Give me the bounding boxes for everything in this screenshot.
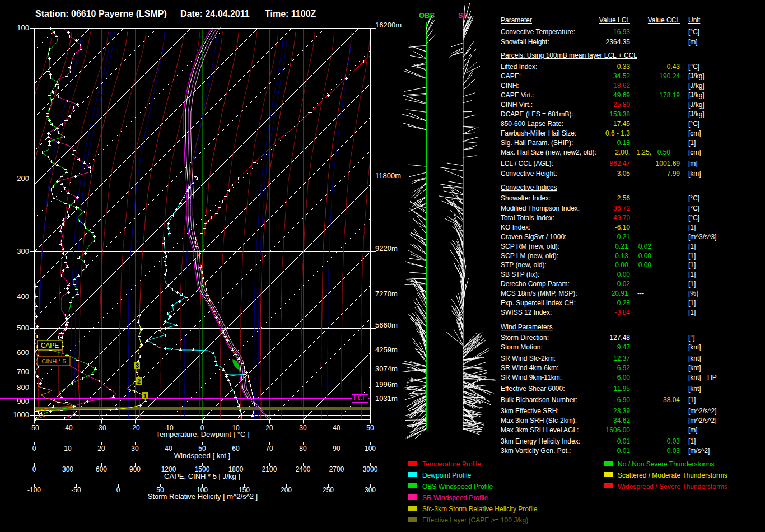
svg-text:Temperature, Dewpoint [ °C ]: Temperature, Dewpoint [ °C ] [156, 430, 249, 438]
svg-text:-50: -50 [71, 486, 81, 494]
svg-text:SB STP (fix):: SB STP (fix): [501, 270, 539, 278]
svg-text:700: 700 [17, 367, 29, 376]
svg-text:38.04: 38.04 [663, 396, 680, 404]
svg-text:Value CCL: Value CCL [648, 16, 680, 24]
svg-text:6.90: 6.90 [617, 396, 631, 404]
svg-text:SR Wind Sfc-2km:: SR Wind Sfc-2km: [501, 354, 556, 362]
svg-text:Storm Motion:: Storm Motion: [501, 343, 543, 351]
svg-text:3km Effective SRH:: 3km Effective SRH: [501, 407, 559, 415]
svg-text:300: 300 [62, 465, 73, 473]
svg-text:18.62: 18.62 [613, 82, 630, 90]
svg-text:[°C]: [°C] [688, 120, 699, 128]
svg-text:20.91,: 20.91, [612, 290, 630, 297]
svg-text:[m^2/s^2]: [m^2/s^2] [688, 417, 717, 424]
svg-text:0.13,: 0.13, [615, 252, 630, 260]
svg-text:-6.10: -6.10 [615, 223, 631, 231]
svg-text:[m^3/s^3]: [m^3/s^3] [688, 233, 717, 241]
svg-text:Sig. Hail Param. (SHIP):: Sig. Hail Param. (SHIP): [501, 139, 573, 147]
svg-text:2.56: 2.56 [617, 194, 631, 202]
svg-text:---: --- [637, 290, 644, 297]
svg-text:CAPE Virt.:: CAPE Virt.: [501, 91, 534, 99]
svg-text:200: 200 [17, 174, 29, 183]
svg-text:[m^2/s^2]: [m^2/s^2] [688, 407, 717, 415]
svg-text:-50: -50 [29, 424, 39, 432]
svg-text:300: 300 [365, 486, 376, 494]
svg-text:11.95: 11.95 [614, 385, 630, 393]
svg-text:[knt]: [knt] [688, 385, 701, 393]
svg-text:70: 70 [265, 445, 273, 452]
svg-text:Convective Temperature:: Convective Temperature: [501, 28, 575, 36]
svg-text:Parcels: Using 100mB mean laye: Parcels: Using 100mB mean layer LCL + CC… [501, 52, 637, 59]
svg-text:CAPE:: CAPE: [501, 72, 521, 80]
svg-text:30: 30 [131, 445, 139, 452]
svg-text:40: 40 [333, 424, 340, 432]
svg-text:600: 600 [96, 465, 107, 473]
svg-text:[knt]: [knt] [688, 343, 701, 351]
svg-text:2400: 2400 [296, 465, 311, 473]
svg-text:300: 300 [17, 247, 29, 255]
svg-text:DCAPE (LFS = 681mB):: DCAPE (LFS = 681mB): [501, 110, 573, 118]
svg-text:30: 30 [299, 424, 307, 432]
svg-text:400: 400 [17, 292, 29, 301]
svg-text:OBS Windspeed Profile: OBS Windspeed Profile [422, 483, 493, 491]
svg-text:0.00: 0.00 [617, 270, 631, 278]
svg-text:-40: -40 [63, 424, 73, 432]
svg-text:CAPE: CAPE [41, 342, 59, 349]
svg-text:3074m: 3074m [375, 365, 398, 373]
svg-text:1001.69: 1001.69 [656, 160, 680, 167]
svg-text:[°C]: [°C] [688, 214, 699, 222]
svg-text:17.45: 17.45 [613, 120, 630, 128]
svg-text:[°C]: [°C] [688, 204, 699, 212]
svg-text:Convective Height:: Convective Height: [501, 170, 557, 178]
svg-text:OBS: OBS [419, 11, 435, 20]
svg-text:10: 10 [64, 445, 72, 452]
svg-text:5660m: 5660m [375, 321, 398, 329]
svg-text:3km Vorticity Gen. Pot.:: 3km Vorticity Gen. Pot.: [501, 447, 571, 455]
svg-text:[J/kg]: [J/kg] [688, 110, 705, 118]
svg-text:[cm]: [cm] [688, 148, 701, 156]
svg-text:[J/kg]: [J/kg] [688, 72, 705, 80]
svg-text:862.47: 862.47 [609, 160, 630, 167]
svg-text:Max. Hail Size (new, new2, old: Max. Hail Size (new, new2, old): [501, 148, 596, 156]
svg-text:1: 1 [143, 393, 147, 399]
svg-text:2700: 2700 [329, 465, 344, 473]
svg-text:Time: 1100Z: Time: 1100Z [265, 9, 316, 18]
svg-text:3: 3 [136, 362, 139, 369]
svg-text:178.19: 178.19 [659, 91, 680, 99]
svg-text:34.52: 34.52 [613, 72, 630, 80]
svg-text:16200m: 16200m [375, 21, 402, 29]
svg-text:127.48: 127.48 [609, 334, 630, 342]
svg-text:500: 500 [17, 324, 29, 332]
svg-text:CAPE, CINH * 5 [ J/kg ]: CAPE, CINH * 5 [ J/kg ] [164, 472, 240, 480]
svg-text:1996m: 1996m [375, 380, 398, 389]
svg-text:[m]: [m] [688, 160, 698, 167]
svg-text:0: 0 [32, 445, 36, 452]
svg-text:Dewpoint Profile: Dewpoint Profile [422, 472, 472, 479]
svg-text:[J/kg]: [J/kg] [688, 101, 705, 109]
svg-text:Parameter: Parameter [501, 16, 532, 24]
svg-text:-30: -30 [96, 424, 106, 432]
svg-text:[°C]: [°C] [688, 28, 699, 36]
svg-text:[knt]: [knt] [688, 374, 701, 381]
svg-text:[cm]: [cm] [688, 129, 701, 137]
svg-text:90: 90 [333, 445, 340, 452]
svg-text:Widespread / Severe Thundersto: Widespread / Severe Thunderstorms [618, 483, 727, 491]
svg-text:Value LCL: Value LCL [599, 16, 630, 24]
svg-text:[J/kg]: [J/kg] [688, 91, 705, 99]
svg-text:0.21: 0.21 [617, 233, 631, 241]
svg-text:0.01: 0.01 [617, 437, 631, 445]
svg-text:60: 60 [232, 445, 240, 452]
svg-text:4259m: 4259m [375, 346, 398, 354]
svg-text:2.00,: 2.00, [615, 148, 630, 156]
svg-text:0.00,: 0.00, [615, 261, 630, 269]
svg-text:50: 50 [366, 424, 374, 432]
svg-text:CINH:: CINH: [501, 82, 519, 90]
svg-text:SCP LM (new, old):: SCP LM (new, old): [501, 252, 558, 260]
svg-text:16.93: 16.93 [613, 28, 630, 36]
svg-text:2100: 2100 [262, 465, 277, 473]
svg-text:SR Wind 9km-11km:: SR Wind 9km-11km: [501, 374, 562, 381]
svg-text:-3.84: -3.84 [615, 309, 631, 316]
svg-text:No / Non Severe Thunderstorms: No / Non Severe Thunderstorms [618, 460, 715, 468]
svg-text:Modified Thompson Index:: Modified Thompson Index: [501, 204, 580, 212]
svg-text:[%]: [%] [688, 290, 698, 297]
